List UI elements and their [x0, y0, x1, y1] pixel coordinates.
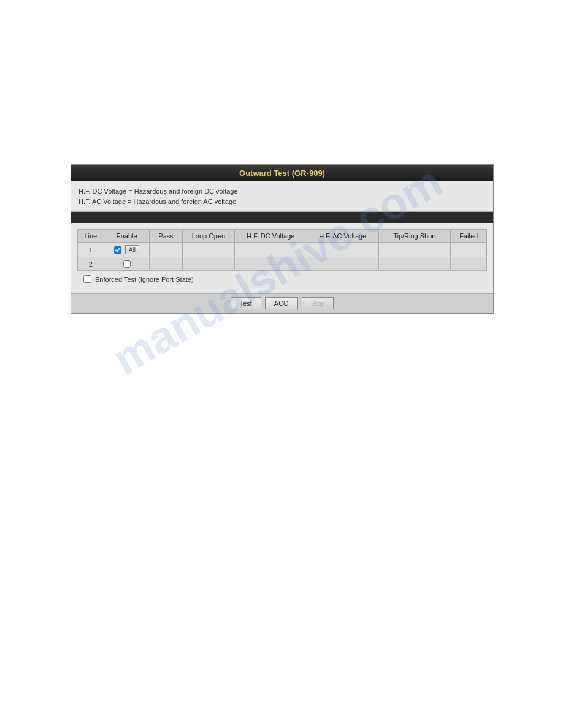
row1-failed	[451, 243, 487, 257]
row2-tipring	[378, 257, 450, 271]
row2-hfdc	[235, 257, 307, 271]
test-table: Line Enable Pass Loop Open H.F. DC Volta…	[77, 229, 487, 271]
info-line2: H.F. AC Voltage = Hazardous and foreign …	[79, 197, 486, 207]
row2-failed	[451, 257, 487, 271]
col-header-failed: Failed	[451, 230, 487, 243]
row1-loopopen	[182, 243, 234, 257]
row1-hfdc	[235, 243, 307, 257]
row1-enable-checkbox[interactable]	[114, 246, 121, 254]
table-row: 1 All	[78, 243, 487, 257]
row2-enable-checkbox[interactable]	[123, 260, 131, 268]
col-header-loopopen: Loop Open	[182, 230, 234, 243]
enforced-test-checkbox[interactable]	[83, 275, 91, 283]
panel-title: Outward Test (GR-909)	[71, 165, 493, 181]
col-header-hfdc: H.F. DC Voltage	[235, 230, 307, 243]
row1-line: 1	[78, 243, 104, 257]
main-panel: Outward Test (GR-909) H.F. DC Voltage = …	[71, 164, 494, 314]
title-text: Outward Test (GR-909)	[239, 169, 325, 178]
col-header-hfac: H.F. AC Voltage	[307, 230, 378, 243]
all-button[interactable]: All	[125, 245, 139, 254]
row2-pass	[150, 257, 182, 271]
button-section: Test ACO Stop	[71, 293, 493, 313]
stop-button[interactable]: Stop	[302, 297, 334, 309]
row2-enable-cell	[104, 257, 150, 271]
col-header-tipring: Tip/Ring Short	[378, 230, 450, 243]
row1-hfac	[307, 243, 378, 257]
aco-button[interactable]: ACO	[265, 297, 298, 309]
row1-pass	[150, 243, 182, 257]
enforced-test-row: Enforced Test (Ignore Port State)	[77, 271, 487, 287]
separator	[71, 212, 493, 223]
col-header-line: Line	[78, 230, 104, 243]
row1-enable-cell: All	[104, 243, 150, 257]
row2-line: 2	[78, 257, 104, 271]
info-section: H.F. DC Voltage = Hazardous and foreign …	[71, 181, 493, 212]
table-section: Line Enable Pass Loop Open H.F. DC Volta…	[71, 223, 493, 293]
row2-hfac	[307, 257, 378, 271]
info-line1: H.F. DC Voltage = Hazardous and foreign …	[79, 186, 486, 197]
col-header-pass: Pass	[150, 230, 182, 243]
enforced-test-label: Enforced Test (Ignore Port State)	[95, 276, 194, 283]
col-header-enable: Enable	[104, 230, 150, 243]
test-button[interactable]: Test	[231, 297, 261, 309]
row2-loopopen	[182, 257, 234, 271]
table-row: 2	[78, 257, 487, 271]
row1-tipring	[378, 243, 450, 257]
